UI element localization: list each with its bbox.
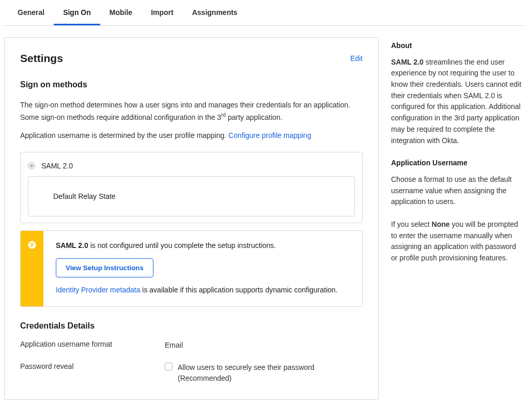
about-heading: About: [391, 40, 523, 52]
configure-profile-mapping-link[interactable]: Configure profile mapping: [228, 131, 311, 139]
tab-import[interactable]: Import: [142, 0, 183, 25]
callout-line-2: Identity Provider metadata is available …: [56, 285, 350, 296]
settings-card: Settings Edit Sign on methods The sign-o…: [4, 37, 379, 400]
sign-on-methods-heading: Sign on methods: [20, 80, 363, 89]
sign-on-description-2: Application username is determined by th…: [20, 130, 363, 142]
sign-on-description-1: The sign-on method determines how a user…: [20, 100, 363, 123]
credentials-details-heading: Credentials Details: [20, 321, 363, 331]
application-username-p2: If you select None you will be prompted …: [391, 219, 523, 264]
edit-button[interactable]: Edit: [350, 54, 363, 63]
tab-mobile[interactable]: Mobile: [100, 0, 142, 25]
view-setup-instructions-button[interactable]: View Setup Instructions: [56, 258, 153, 277]
password-reveal-row: Password reveal Allow users to securely …: [20, 362, 363, 384]
settings-title: Settings: [20, 52, 63, 65]
username-format-row: Application username format Email: [20, 340, 363, 351]
callout-stripe: [21, 231, 43, 306]
identity-provider-metadata-link[interactable]: Identity Provider metadata: [56, 286, 140, 294]
tab-bar: General Sign On Mobile Import Assignment…: [4, 0, 525, 26]
saml-setup-callout: SAML 2.0 is not configured until you com…: [20, 230, 363, 307]
application-username-p1: Choose a format to use as the default us…: [391, 174, 523, 208]
password-reveal-label: Password reveal: [20, 362, 165, 370]
username-format-label: Application username format: [20, 340, 165, 348]
info-icon: [27, 240, 37, 251]
default-relay-state-label: Default Relay State: [53, 192, 116, 200]
callout-line-1: SAML 2.0 is not configured until you com…: [56, 240, 350, 252]
username-format-value: Email: [165, 340, 363, 351]
tab-general[interactable]: General: [8, 0, 54, 25]
about-text: SAML 2.0 streamlines the end user experi…: [391, 57, 523, 147]
tab-assignments[interactable]: Assignments: [183, 0, 247, 25]
sidebar: About SAML 2.0 streamlines the end user …: [391, 37, 523, 400]
password-reveal-checkbox[interactable]: [165, 363, 173, 370]
tab-sign-on[interactable]: Sign On: [54, 0, 100, 25]
saml-option-label: SAML 2.0: [41, 162, 73, 170]
default-relay-state-field: Default Relay State: [28, 176, 355, 216]
saml-radio[interactable]: [28, 162, 35, 169]
saml-option-box: SAML 2.0 Default Relay State: [20, 152, 363, 223]
application-username-heading: Application Username: [391, 158, 523, 169]
password-reveal-text: Allow users to securely see their passwo…: [178, 362, 363, 384]
